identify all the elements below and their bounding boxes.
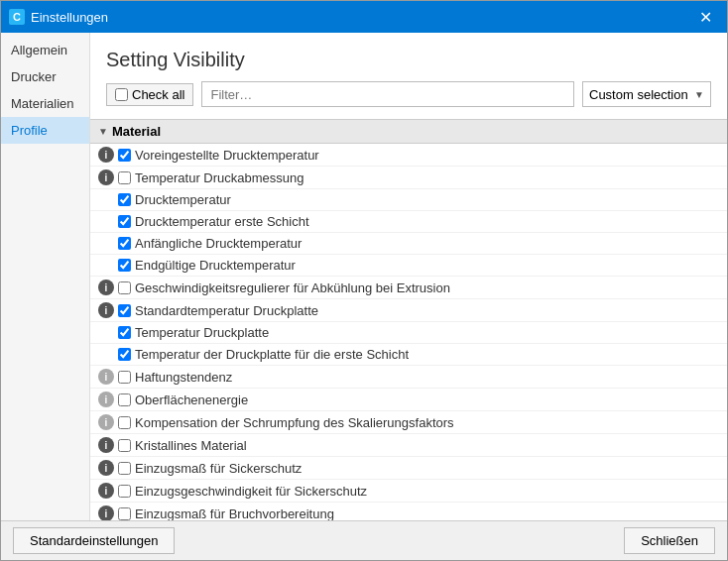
checkbox-3[interactable] xyxy=(118,215,131,228)
checkbox-14[interactable] xyxy=(118,462,131,475)
setting-label-9: Temperatur der Druckplatte für die erste… xyxy=(135,347,409,362)
checkbox-10[interactable] xyxy=(118,371,131,384)
window-title: Einstellungen xyxy=(31,10,108,25)
toolbar: Check all Custom selection ▼ xyxy=(106,81,711,107)
row-12: i Kompensation der Schrumpfung des Skali… xyxy=(90,411,727,434)
title-bar-left: C Einstellungen xyxy=(9,9,108,25)
row-1: i Temperatur Druckabmessung xyxy=(90,167,727,189)
check-all-checkbox[interactable] xyxy=(115,88,128,101)
settings-list: ▼ Material i Voreingestellte Drucktemper… xyxy=(90,119,727,520)
row-7: i Standardtemperatur Druckplatte xyxy=(90,299,727,322)
checkbox-15[interactable] xyxy=(118,485,131,498)
row-14: i Einzugsmaß für Sickerschutz xyxy=(90,457,727,480)
setting-label-12: Kompensation der Schrumpfung des Skalier… xyxy=(135,415,454,430)
setting-label-13: Kristallines Material xyxy=(135,438,247,453)
reset-button[interactable]: Standardeinstellungen xyxy=(13,527,175,554)
setting-label-15: Einzugsgeschwindigkeit für Sickerschutz xyxy=(135,484,367,499)
checkbox-12[interactable] xyxy=(118,416,131,429)
checkbox-7[interactable] xyxy=(118,304,131,317)
row-11: i Oberflächenenergie xyxy=(90,389,727,411)
info-icon: i xyxy=(98,437,114,453)
info-icon: i xyxy=(98,280,114,295)
setting-label-5: Endgültige Drucktemperatur xyxy=(135,258,296,273)
setting-label-2: Drucktemperatur xyxy=(135,192,231,207)
setting-label-7: Standardtemperatur Druckplatte xyxy=(135,303,318,318)
setting-label-0: Voreingestellte Drucktemperatur xyxy=(135,148,319,163)
sidebar-item-profile[interactable]: Profile xyxy=(1,117,89,144)
sidebar-item-allgemein[interactable]: Allgemein xyxy=(1,37,89,63)
info-icon: i xyxy=(98,302,114,318)
info-icon: i xyxy=(98,147,114,163)
info-icon: i xyxy=(98,483,114,499)
row-8: Temperatur Druckplatte xyxy=(90,322,727,344)
checkbox-13[interactable] xyxy=(118,439,131,452)
close-dialog-button[interactable]: Schließen xyxy=(624,527,715,554)
setting-label-1: Temperatur Druckabmessung xyxy=(135,170,304,185)
checkbox-8[interactable] xyxy=(118,326,131,339)
row-16: i Einzugsmaß für Bruchvorbereitung xyxy=(90,503,727,520)
setting-label-16: Einzugsmaß für Bruchvorbereitung xyxy=(135,506,334,521)
main-window: C Einstellungen ✕ Allgemein Drucker Mate… xyxy=(0,0,728,561)
row-4: Anfängliche Drucktemperatur xyxy=(90,233,727,255)
row-6: i Geschwindigkeitsregulierer für Abkühlu… xyxy=(90,277,727,299)
setting-label-4: Anfängliche Drucktemperatur xyxy=(135,236,302,251)
row-0: i Voreingestellte Drucktemperatur xyxy=(90,144,727,167)
info-icon-light: i xyxy=(98,414,114,430)
row-2: Drucktemperatur xyxy=(90,189,727,211)
info-icon: i xyxy=(98,169,114,185)
setting-label-8: Temperatur Druckplatte xyxy=(135,325,269,340)
main-header: Setting Visibility Check all Custom sele… xyxy=(90,33,727,119)
info-icon: i xyxy=(98,460,114,476)
setting-label-10: Haftungstendenz xyxy=(135,370,232,385)
main-content: Setting Visibility Check all Custom sele… xyxy=(90,33,727,520)
info-icon-light: i xyxy=(98,369,114,385)
chevron-down-icon: ▼ xyxy=(694,89,704,100)
checkbox-0[interactable] xyxy=(118,149,131,162)
row-10: i Haftungstendenz xyxy=(90,366,727,389)
check-all-label: Check all xyxy=(132,87,184,102)
title-bar: C Einstellungen ✕ xyxy=(1,1,727,33)
filter-input[interactable] xyxy=(201,81,574,107)
section-label: Material xyxy=(112,124,161,139)
close-button[interactable]: ✕ xyxy=(691,3,719,31)
checkbox-1[interactable] xyxy=(118,171,131,184)
app-icon: C xyxy=(9,9,25,25)
checkbox-9[interactable] xyxy=(118,348,131,361)
checkbox-6[interactable] xyxy=(118,281,131,294)
sidebar-item-drucker[interactable]: Drucker xyxy=(1,63,89,90)
page-title: Setting Visibility xyxy=(106,49,711,71)
section-header-material: ▼ Material xyxy=(90,120,727,144)
row-9: Temperatur der Druckplatte für die erste… xyxy=(90,344,727,366)
sidebar: Allgemein Drucker Materialien Profile xyxy=(1,33,90,520)
collapse-icon[interactable]: ▼ xyxy=(98,126,108,137)
dropdown-label: Custom selection xyxy=(589,87,688,102)
checkbox-16[interactable] xyxy=(118,507,131,520)
custom-selection-dropdown[interactable]: Custom selection ▼ xyxy=(582,81,711,107)
row-5: Endgültige Drucktemperatur xyxy=(90,255,727,277)
sidebar-item-materialien[interactable]: Materialien xyxy=(1,90,89,117)
checkbox-5[interactable] xyxy=(118,259,131,272)
row-3: Drucktemperatur erste Schicht xyxy=(90,211,727,233)
setting-label-11: Oberflächenenergie xyxy=(135,393,248,407)
bottom-bar: Standardeinstellungen Schließen xyxy=(1,520,727,560)
setting-label-14: Einzugsmaß für Sickerschutz xyxy=(135,461,302,476)
row-13: i Kristallines Material xyxy=(90,434,727,457)
info-icon: i xyxy=(98,505,114,520)
row-15: i Einzugsgeschwindigkeit für Sickerschut… xyxy=(90,480,727,503)
checkbox-4[interactable] xyxy=(118,237,131,250)
setting-label-3: Drucktemperatur erste Schicht xyxy=(135,214,309,229)
window-body: Allgemein Drucker Materialien Profile Se… xyxy=(1,33,727,520)
checkbox-11[interactable] xyxy=(118,393,131,406)
info-icon-light: i xyxy=(98,392,114,407)
setting-label-6: Geschwindigkeitsregulierer für Abkühlung… xyxy=(135,280,450,295)
checkbox-2[interactable] xyxy=(118,193,131,206)
check-all-button[interactable]: Check all xyxy=(106,83,193,106)
